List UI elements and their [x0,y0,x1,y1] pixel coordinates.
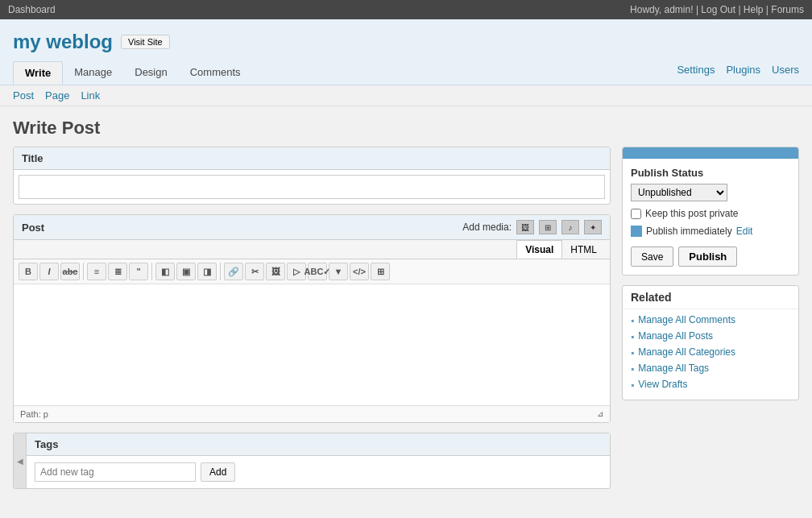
post-box-title: Post [22,222,44,234]
toolbar-align-left[interactable]: ◧ [155,263,175,280]
view-drafts-link[interactable]: View Drafts [638,379,687,390]
toolbar-spell[interactable]: ABC✓ [308,263,327,280]
publish-box: Publish Status Unpublished Published Dra… [622,147,799,276]
toolbar-blockquote[interactable]: " [129,263,148,280]
manage-comments-link[interactable]: Manage All Comments [638,314,735,325]
bullet-icon: ▪ [631,347,634,358]
toolbar-sep-3 [220,263,221,280]
publish-actions: Save Publish [631,247,790,267]
main-content: Title Post Add media: 🖼 ⊞ ♪ ✦ Visual HTM [0,147,812,505]
toolbar-code[interactable]: </> [350,263,369,280]
right-column: Publish Status Unpublished Published Dra… [622,147,799,489]
keep-private-row: Keep this post private [631,208,790,219]
toolbar-ol[interactable]: ≣ [108,263,127,280]
logout-link[interactable]: Log Out [701,4,735,15]
publish-immediately-row: Publish immediately Edit [631,226,790,237]
toolbar-more[interactable]: ▷ [287,263,306,280]
media-image-icon[interactable]: 🖼 [516,220,534,234]
toolbar-link[interactable]: 🔗 [224,263,243,280]
manage-tags-link[interactable]: Manage All Tags [638,363,709,374]
toolbar-align-right[interactable]: ◨ [197,263,217,280]
related-item: ▪ Manage All Comments [631,314,790,326]
publish-status-select[interactable]: Unpublished Published Draft [631,184,727,201]
calendar-icon [631,226,642,237]
title-box: Title [13,147,611,205]
tags-body: Add [27,456,610,488]
subnav-link[interactable]: Link [81,89,100,102]
howdy-text: Howdy, [630,4,661,15]
tags-collapse-handle[interactable]: ◀ [14,433,27,488]
toolbar-align-center[interactable]: ▣ [176,263,196,280]
media-gallery-icon[interactable]: ⊞ [539,220,557,234]
related-item: ▪ Manage All Posts [631,330,790,342]
toolbar-italic[interactable]: I [39,263,59,280]
path-label: Path: p [20,409,48,419]
plugins-link[interactable]: Plugins [726,64,760,76]
toolbar-grid[interactable]: ⊞ [371,263,390,280]
nav-manage[interactable]: Manage [63,61,123,85]
tab-html[interactable]: HTML [562,240,605,259]
related-item: ▪ Manage All Categories [631,346,790,358]
post-box: Post Add media: 🖼 ⊞ ♪ ✦ Visual HTML B I … [13,214,611,423]
post-box-header: Post Add media: 🖼 ⊞ ♪ ✦ [14,215,610,240]
subnav-post[interactable]: Post [13,89,34,102]
bullet-icon: ▪ [631,363,634,375]
nav-write[interactable]: Write [13,61,63,85]
publish-status-label: Publish Status [631,167,790,179]
tag-input[interactable] [35,462,196,482]
toolbar-unlink[interactable]: ✂ [245,263,264,280]
editor-area[interactable] [14,284,610,405]
left-column: Title Post Add media: 🖼 ⊞ ♪ ✦ Visual HTM [13,147,611,489]
site-title: my weblog [13,31,113,53]
toolbar-image[interactable]: 🖼 [266,263,285,280]
related-item: ▪ View Drafts [631,379,790,391]
toolbar-ul[interactable]: ≡ [87,263,106,280]
editor-status: Path: p ⊿ [14,405,610,422]
related-item: ▪ Manage All Tags [631,363,790,375]
bullet-icon: ▪ [631,331,634,342]
keep-private-checkbox[interactable] [631,209,641,219]
related-body: ▪ Manage All Comments ▪ Manage All Posts… [623,309,798,400]
toolbar-strikethrough[interactable]: abc [60,263,80,280]
visit-site-button[interactable]: Visit Site [121,35,170,49]
sub-nav: Post Page Link [0,85,812,106]
tags-header: Tags [27,433,610,456]
title-box-header: Title [14,147,610,170]
title-input[interactable] [19,175,605,199]
manage-categories-link[interactable]: Manage All Categories [638,346,735,358]
media-audio-icon[interactable]: ♪ [561,220,579,234]
publish-button[interactable]: Publish [678,247,737,267]
right-nav: Settings Plugins Users [677,64,799,76]
add-tag-button[interactable]: Add [201,462,235,482]
nav-comments[interactable]: Comments [179,61,252,85]
admin-bar-right: Howdy, admin! | Log Out | Help | Forums [630,4,804,15]
dashboard-link[interactable]: Dashboard [8,4,56,15]
publish-immediately-text: Publish immediately [646,226,732,237]
users-link[interactable]: Users [772,64,799,76]
related-header: Related [623,286,798,309]
toolbar-sep-2 [151,263,152,280]
add-media-section: Add media: 🖼 ⊞ ♪ ✦ [462,220,602,234]
manage-posts-link[interactable]: Manage All Posts [638,330,713,342]
publish-immediately-edit-link[interactable]: Edit [736,226,753,237]
resize-handle[interactable]: ⊿ [597,409,603,419]
save-button[interactable]: Save [631,247,673,267]
help-link[interactable]: Help [744,4,764,15]
bullet-icon: ▪ [631,379,634,391]
tags-box: ◀ Tags Add [13,433,611,489]
related-box: Related ▪ Manage All Comments ▪ Manage A… [622,285,799,400]
toolbar-bold[interactable]: B [19,263,38,280]
nav-design[interactable]: Design [123,61,178,85]
bullet-icon: ▪ [631,315,634,326]
toolbar-sep-1 [83,263,84,280]
forums-link[interactable]: Forums [771,4,804,15]
keep-private-label: Keep this post private [645,208,738,219]
settings-link[interactable]: Settings [677,64,715,76]
publish-box-header [623,147,798,159]
username-link[interactable]: admin! [665,4,694,15]
media-more-icon[interactable]: ✦ [584,220,602,234]
tab-visual[interactable]: Visual [516,240,562,259]
page-title: Write Post [0,106,812,147]
subnav-page[interactable]: Page [45,89,69,102]
toolbar-dropdown[interactable]: ▼ [329,263,348,280]
